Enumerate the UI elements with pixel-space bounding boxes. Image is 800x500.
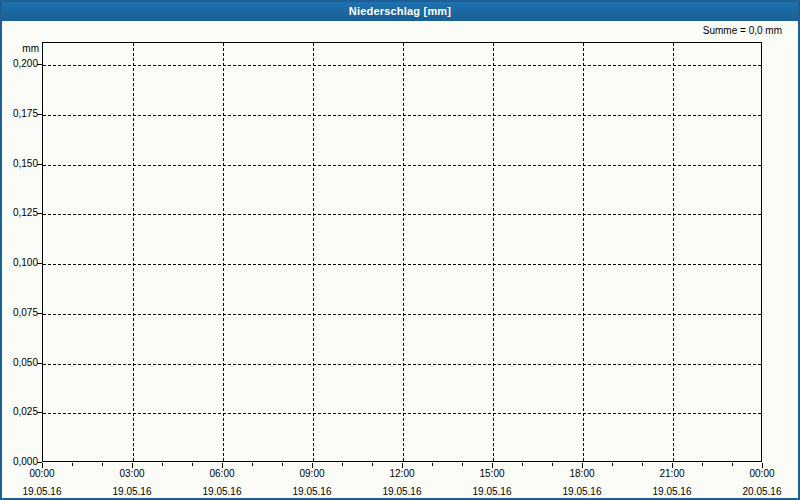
plot-area (42, 42, 762, 462)
x-axis-minor-tick-mark (462, 463, 463, 466)
x-axis-date-label: 19.05.16 (460, 486, 524, 498)
y-tick-label: 0,175 (2, 108, 38, 120)
x-axis-major-tick-mark (762, 463, 763, 468)
x-axis-major-tick-mark (132, 463, 133, 468)
sum-annotation: Summe = 0,0 mm (703, 25, 782, 37)
x-axis-date-label: 19.05.16 (10, 486, 74, 498)
x-axis-minor-tick-mark (372, 463, 373, 466)
x-axis-time-label: 09:00 (280, 468, 344, 480)
x-axis-date-label: 19.05.16 (370, 486, 434, 498)
x-axis-minor-tick-mark (72, 463, 73, 466)
y-tick-label: 0,000 (2, 456, 38, 468)
y-axis-tick-mark (37, 114, 42, 115)
x-axis-time-label: 18:00 (550, 468, 614, 480)
h-gridline (43, 413, 761, 414)
v-gridline (493, 43, 494, 461)
x-axis-major-tick-mark (492, 463, 493, 468)
x-axis-minor-tick-mark (612, 463, 613, 466)
h-gridline (43, 165, 761, 166)
x-axis-date-label: 19.05.16 (280, 486, 344, 498)
x-axis-date-label: 19.05.16 (640, 486, 704, 498)
chart-title: Niederschlag [mm] (349, 5, 451, 17)
x-axis-major-tick-mark (312, 463, 313, 468)
y-axis-tick-mark (37, 213, 42, 214)
x-axis-minor-tick-mark (552, 463, 553, 466)
x-axis-date-label: 19.05.16 (100, 486, 164, 498)
y-tick-label: 0,050 (2, 357, 38, 369)
h-gridline (43, 264, 761, 265)
x-axis-minor-tick-mark (522, 463, 523, 466)
y-tick-label: 0,075 (2, 307, 38, 319)
y-tick-label: 0,150 (2, 158, 38, 170)
y-axis-tick-mark (37, 263, 42, 264)
x-axis-minor-tick-mark (192, 463, 193, 466)
y-axis-tick-mark (37, 412, 42, 413)
y-axis-tick-mark (37, 164, 42, 165)
x-axis-time-label: 06:00 (190, 468, 254, 480)
y-axis-tick-mark (37, 313, 42, 314)
y-axis-unit-label: mm (2, 43, 39, 55)
x-axis-minor-tick-mark (162, 463, 163, 466)
x-axis-time-label: 21:00 (640, 468, 704, 480)
v-gridline (133, 43, 134, 461)
h-gridline (43, 314, 761, 315)
x-axis-minor-tick-mark (732, 463, 733, 466)
x-axis-major-tick-mark (672, 463, 673, 468)
chart-title-bar: Niederschlag [mm] (2, 2, 798, 21)
x-axis-minor-tick-mark (282, 463, 283, 466)
y-tick-label: 0,100 (2, 257, 38, 269)
h-gridline (43, 115, 761, 116)
x-axis-minor-tick-mark (432, 463, 433, 466)
y-axis-tick-mark (37, 363, 42, 364)
x-axis-major-tick-mark (42, 463, 43, 468)
x-axis-minor-tick-mark (702, 463, 703, 466)
v-gridline (313, 43, 314, 461)
x-axis-time-label: 12:00 (370, 468, 434, 480)
v-gridline (403, 43, 404, 461)
h-gridline (43, 214, 761, 215)
v-gridline (223, 43, 224, 461)
x-axis-date-label: 20.05.16 (730, 486, 794, 498)
v-gridline (673, 43, 674, 461)
x-axis-time-label: 00:00 (10, 468, 74, 480)
h-gridline (43, 65, 761, 66)
v-gridline (583, 43, 584, 461)
x-axis-time-label: 03:00 (100, 468, 164, 480)
x-axis-date-label: 19.05.16 (190, 486, 254, 498)
x-axis-major-tick-mark (402, 463, 403, 468)
x-axis-major-tick-mark (582, 463, 583, 468)
y-tick-label: 0,125 (2, 207, 38, 219)
x-axis-minor-tick-mark (102, 463, 103, 466)
x-axis-time-label: 00:00 (730, 468, 794, 480)
y-tick-label: 0,200 (2, 58, 38, 70)
x-axis-minor-tick-mark (642, 463, 643, 466)
x-axis-date-label: 19.05.16 (550, 486, 614, 498)
chart-window: Niederschlag [mm] Summe = 0,0 mm mm 0,20… (0, 0, 800, 500)
y-axis-tick-mark (37, 64, 42, 65)
x-axis-minor-tick-mark (342, 463, 343, 466)
x-axis-time-label: 15:00 (460, 468, 524, 480)
y-tick-label: 0,025 (2, 406, 38, 418)
h-gridline (43, 364, 761, 365)
x-axis-minor-tick-mark (252, 463, 253, 466)
x-axis-major-tick-mark (222, 463, 223, 468)
